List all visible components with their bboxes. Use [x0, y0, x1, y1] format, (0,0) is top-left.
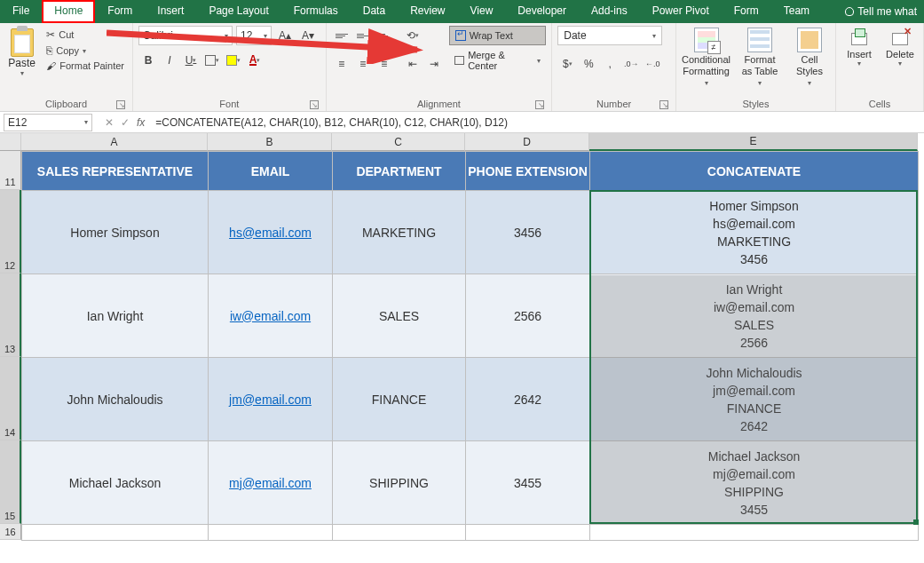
tab-home[interactable]: Home: [42, 0, 95, 23]
cell[interactable]: [590, 525, 919, 541]
cell-ext[interactable]: 3456: [466, 191, 590, 274]
email-link[interactable]: hs@email.com: [229, 226, 312, 240]
format-painter-button[interactable]: Format Painter: [43, 59, 127, 72]
tab-developer[interactable]: Developer: [505, 0, 579, 23]
tab-team[interactable]: Team: [771, 0, 822, 23]
tab-formulas[interactable]: Formulas: [281, 0, 351, 23]
cell-ext[interactable]: 2566: [466, 274, 590, 358]
borders-button[interactable]: ▾: [202, 51, 222, 70]
copy-button[interactable]: Copy▾: [43, 44, 127, 58]
fill-color-button[interactable]: ▾: [224, 51, 243, 70]
col-header-a[interactable]: A: [21, 133, 208, 151]
select-all-corner[interactable]: [0, 133, 21, 151]
decrease-indent-button[interactable]: ⇤: [403, 54, 423, 74]
cut-button[interactable]: Cut: [43, 28, 127, 42]
row-header-13[interactable]: 13: [0, 274, 21, 357]
cell-email[interactable]: jm@email.com: [209, 358, 333, 441]
align-bottom-button[interactable]: [375, 26, 394, 45]
clipboard-dialog-launcher[interactable]: [116, 100, 125, 109]
cell[interactable]: [466, 525, 590, 541]
tell-me-search[interactable]: Tell me what: [838, 0, 924, 23]
tab-pagelayout[interactable]: Page Layout: [196, 0, 280, 23]
wrap-text-button[interactable]: Wrap Text: [449, 26, 547, 45]
align-middle-button[interactable]: [353, 26, 373, 45]
cell-rep[interactable]: Ian Wright: [22, 274, 209, 358]
comma-format-button[interactable]: ,: [600, 54, 620, 74]
cell-styles-button[interactable]: Cell Styles▾: [789, 28, 830, 89]
col-header-c[interactable]: C: [332, 133, 465, 151]
cell-dept[interactable]: SALES: [333, 274, 466, 358]
email-link[interactable]: jm@email.com: [229, 393, 312, 407]
font-name-combo[interactable]: Calibri▾: [138, 26, 233, 45]
align-top-button[interactable]: [332, 26, 351, 45]
row-header-15[interactable]: 15: [0, 440, 21, 524]
cell-ext[interactable]: 3455: [466, 441, 590, 525]
enter-formula-button[interactable]: ✓: [121, 116, 130, 129]
tab-form[interactable]: Form: [95, 0, 145, 23]
cell-concat[interactable]: Homer Simpson hs@email.com MARKETING 345…: [590, 191, 919, 274]
delete-cells-button[interactable]: Delete▾: [882, 28, 918, 67]
percent-format-button[interactable]: %: [579, 54, 598, 74]
cell-email[interactable]: iw@email.com: [209, 274, 333, 358]
italic-button[interactable]: I: [160, 51, 179, 70]
header-department[interactable]: DEPARTMENT: [333, 152, 466, 191]
align-center-button[interactable]: ≡: [353, 54, 373, 74]
cell-dept[interactable]: FINANCE: [333, 358, 466, 441]
cell-email[interactable]: hs@email.com: [209, 191, 333, 274]
accounting-format-button[interactable]: $▾: [557, 54, 577, 74]
row-header-14[interactable]: 14: [0, 357, 21, 440]
cell[interactable]: [22, 525, 209, 541]
number-format-combo[interactable]: Date▾: [557, 26, 662, 45]
cell-concat[interactable]: Ian Wright iw@email.com SALES 2566: [590, 274, 919, 358]
merge-center-button[interactable]: Merge & Center▾: [449, 51, 547, 70]
tab-review[interactable]: Review: [398, 0, 457, 23]
col-header-e[interactable]: E: [589, 133, 918, 151]
font-color-button[interactable]: A▾: [245, 51, 265, 70]
name-box[interactable]: E12▾: [4, 114, 92, 131]
increase-decimal-button[interactable]: .0→: [621, 54, 641, 74]
insert-cells-button[interactable]: Insert▾: [841, 28, 877, 67]
col-header-d[interactable]: D: [465, 133, 589, 151]
decrease-font-button[interactable]: A▾: [298, 26, 318, 45]
font-size-combo[interactable]: 12▾: [236, 26, 272, 45]
cell-dept[interactable]: SHIPPING: [333, 441, 466, 525]
number-dialog-launcher[interactable]: [659, 100, 668, 109]
email-link[interactable]: iw@email.com: [230, 309, 311, 323]
tab-view[interactable]: View: [458, 0, 506, 23]
fx-button[interactable]: fx: [137, 116, 145, 129]
tab-data[interactable]: Data: [351, 0, 398, 23]
increase-font-button[interactable]: A▴: [275, 26, 295, 45]
alignment-dialog-launcher[interactable]: [535, 100, 544, 109]
paste-button[interactable]: Paste ▾: [5, 26, 38, 97]
row-header-12[interactable]: 12: [0, 190, 21, 274]
header-email[interactable]: EMAIL: [209, 152, 333, 191]
col-header-b[interactable]: B: [208, 133, 332, 151]
tab-form2[interactable]: Form: [722, 0, 771, 23]
cancel-formula-button[interactable]: ✕: [105, 116, 114, 129]
cell-concat[interactable]: John Michaloudis jm@email.com FINANCE 26…: [590, 358, 919, 441]
orientation-button[interactable]: ⟲▾: [403, 26, 423, 45]
conditional-formatting-button[interactable]: Conditional Formatting▾: [682, 28, 731, 89]
tab-file[interactable]: File: [0, 0, 42, 23]
tab-powerpivot[interactable]: Power Pivot: [640, 0, 722, 23]
tab-insert[interactable]: Insert: [145, 0, 196, 23]
cell-rep[interactable]: John Michaloudis: [22, 358, 209, 441]
cell[interactable]: [209, 525, 333, 541]
formula-input[interactable]: =CONCATENATE(A12, CHAR(10), B12, CHAR(10…: [150, 116, 924, 129]
tab-addins[interactable]: Add-ins: [579, 0, 640, 23]
cell-email[interactable]: mj@email.com: [209, 441, 333, 525]
cell-concat[interactable]: Michael Jackson mj@email.com SHIPPING 34…: [590, 441, 919, 525]
header-phone-ext[interactable]: PHONE EXTENSION: [466, 152, 590, 191]
align-left-button[interactable]: ≡: [332, 54, 351, 74]
cell[interactable]: [333, 525, 466, 541]
row-header-16[interactable]: 16: [0, 524, 21, 540]
underline-button[interactable]: U▾: [181, 51, 201, 70]
cell-rep[interactable]: Michael Jackson: [22, 441, 209, 525]
decrease-decimal-button[interactable]: ←.0: [643, 54, 662, 74]
font-dialog-launcher[interactable]: [310, 100, 319, 109]
email-link[interactable]: mj@email.com: [229, 476, 312, 490]
row-header-11[interactable]: 11: [0, 151, 21, 190]
cell-dept[interactable]: MARKETING: [333, 191, 466, 274]
format-as-table-button[interactable]: Format as Table▾: [739, 28, 780, 89]
increase-indent-button[interactable]: ⇥: [424, 54, 444, 74]
